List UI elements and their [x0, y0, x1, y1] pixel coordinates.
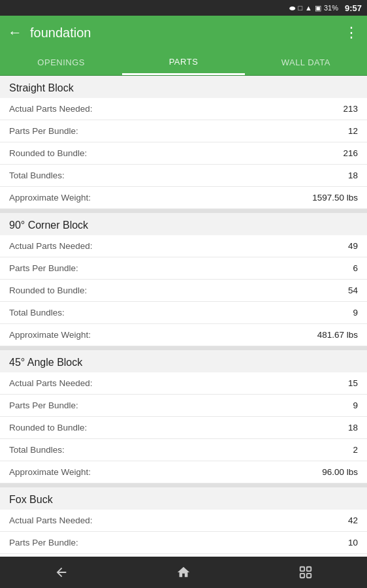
- table-row: Parts Per Bundle:6: [0, 257, 367, 280]
- row-value: 42: [348, 515, 358, 525]
- back-button[interactable]: ←: [8, 24, 22, 41]
- row-value: 15: [348, 378, 358, 388]
- row-label: Parts Per Bundle:: [9, 263, 78, 273]
- svg-rect-1: [307, 567, 311, 571]
- nav-home-icon: [176, 565, 191, 580]
- more-options-button[interactable]: ⋮: [344, 24, 359, 41]
- row-label: Rounded to Bundle:: [9, 148, 87, 158]
- svg-rect-3: [300, 574, 304, 578]
- table-row: Rounded to Bundle:54: [0, 280, 367, 302]
- row-label: Approximate Weight:: [9, 193, 91, 203]
- battery-icon: ▣: [315, 4, 321, 12]
- row-value: 1597.50 lbs: [312, 193, 358, 203]
- nav-home-button[interactable]: [164, 559, 203, 585]
- bluetooth-icon: ⬬: [289, 4, 295, 12]
- table-row: Actual Parts Needed:15: [0, 372, 367, 395]
- tab-walldata[interactable]: Wall Data: [245, 50, 367, 75]
- section-header-0: Straight Block: [0, 76, 367, 98]
- status-icons: ⬬ □ ▲ ▣ 31%: [289, 4, 338, 12]
- row-label: Actual Parts Needed:: [9, 241, 93, 251]
- table-row: Rounded to Bundle:18: [0, 417, 367, 439]
- status-bar: ⬬ □ ▲ ▣ 31% 9:57: [0, 0, 367, 16]
- table-row: Actual Parts Needed:49: [0, 235, 367, 257]
- svg-rect-2: [307, 574, 311, 578]
- section-header-2: 45° Angle Block: [0, 350, 367, 372]
- status-time: 9:57: [345, 3, 362, 13]
- row-value: 96.00 lbs: [322, 467, 358, 477]
- table-row: Actual Parts Needed:42: [0, 510, 367, 532]
- row-value: 6: [353, 263, 358, 273]
- nav-recents-icon: [298, 565, 313, 580]
- table-row: Parts Per Bundle:9: [0, 395, 367, 417]
- row-label: Total Bundles:: [9, 308, 65, 318]
- row-label: Actual Parts Needed:: [9, 378, 93, 388]
- row-value: 213: [343, 104, 358, 114]
- row-value: 12: [348, 126, 358, 136]
- toolbar-left: ← foundation: [8, 24, 91, 41]
- row-label: Approximate Weight:: [9, 467, 91, 477]
- row-label: Parts Per Bundle:: [9, 400, 78, 410]
- tab-bar: Openings Parts Wall Data: [0, 50, 367, 76]
- tab-parts[interactable]: Parts: [122, 50, 244, 75]
- table-row: Rounded to Bundle:216: [0, 142, 367, 165]
- nav-back-icon: [54, 565, 69, 580]
- nav-recents-button[interactable]: [286, 559, 325, 585]
- table-row: Parts Per Bundle:10: [0, 532, 367, 554]
- tab-openings[interactable]: Openings: [0, 50, 122, 75]
- row-label: Parts Per Bundle:: [9, 538, 78, 547]
- row-value: 10: [348, 538, 358, 547]
- signal-icon: □: [298, 4, 302, 12]
- row-value: 54: [348, 286, 358, 295]
- bottom-nav: [0, 557, 367, 588]
- row-value: 18: [348, 423, 358, 433]
- row-label: Total Bundles:: [9, 171, 65, 180]
- row-label: Parts Per Bundle:: [9, 126, 78, 136]
- table-row: Total Bundles:2: [0, 439, 367, 461]
- row-label: Rounded to Bundle:: [9, 423, 87, 433]
- table-row: Approximate Weight:1597.50 lbs: [0, 187, 367, 209]
- battery-text: 31%: [324, 4, 338, 12]
- table-row: Approximate Weight:481.67 lbs: [0, 324, 367, 346]
- row-value: 216: [343, 148, 358, 158]
- row-value: 481.67 lbs: [317, 330, 358, 340]
- nav-back-button[interactable]: [42, 559, 81, 585]
- row-value: 49: [348, 241, 358, 251]
- table-row: Parts Per Bundle:12: [0, 120, 367, 142]
- table-row: Total Bundles:9: [0, 302, 367, 324]
- row-value: 9: [353, 308, 358, 318]
- row-label: Rounded to Bundle:: [9, 286, 87, 295]
- row-value: 18: [348, 171, 358, 180]
- row-label: Total Bundles:: [9, 445, 65, 455]
- section-header-3: Fox Buck: [0, 487, 367, 510]
- content-area: Straight BlockActual Parts Needed:213Par…: [0, 76, 367, 557]
- row-value: 2: [353, 445, 358, 455]
- toolbar-title: foundation: [30, 25, 91, 41]
- toolbar: ← foundation ⋮: [0, 16, 367, 50]
- row-value: 9: [353, 400, 358, 410]
- wifi-icon: ▲: [305, 4, 312, 12]
- table-row: Approximate Weight:96.00 lbs: [0, 461, 367, 483]
- table-row: Actual Parts Needed:213: [0, 98, 367, 120]
- table-row: Total Bundles:18: [0, 165, 367, 187]
- svg-rect-0: [300, 567, 304, 571]
- section-header-1: 90° Corner Block: [0, 213, 367, 235]
- row-label: Actual Parts Needed:: [9, 515, 93, 525]
- row-label: Approximate Weight:: [9, 330, 91, 340]
- row-label: Actual Parts Needed:: [9, 104, 93, 114]
